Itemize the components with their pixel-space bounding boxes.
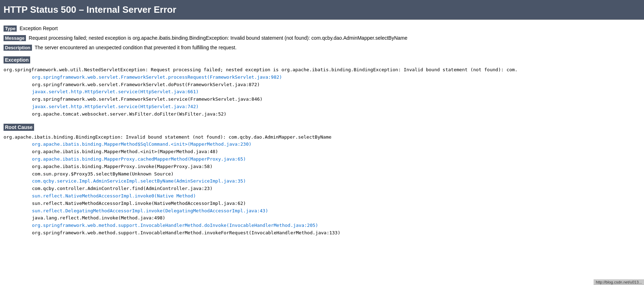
stack-line: javax.servlet.http.HttpServlet.service(H… bbox=[4, 103, 640, 111]
stack-line: java.lang.reflect.Method.invoke(Method.j… bbox=[4, 214, 640, 222]
stack-line: org.apache.ibatis.binding.MapperProxy.in… bbox=[4, 163, 640, 171]
root-cause-stack-trace: org.apache.ibatis.binding.BindingExcepti… bbox=[4, 134, 640, 237]
stack-line: org.springframework.web.servlet.Framewor… bbox=[4, 81, 640, 89]
message-label: Message bbox=[4, 35, 26, 41]
stack-line: sun.reflect.DelegatingMethodAccessorImpl… bbox=[4, 207, 640, 215]
stack-line: org.apache.ibatis.binding.MapperProxy.ca… bbox=[4, 156, 640, 163]
page-header: HTTP Status 500 – Internal Server Error bbox=[0, 0, 644, 20]
stack-line: org.springframework.web.servlet.Framewor… bbox=[4, 74, 640, 81]
stack-line: org.springframework.web.method.support.I… bbox=[4, 229, 640, 237]
stack-line: org.apache.ibatis.binding.MapperMethod.<… bbox=[4, 148, 640, 156]
stack-line: javax.servlet.http.HttpServlet.service(H… bbox=[4, 88, 640, 96]
exception-stack-trace: org.springframework.web.util.NestedServl… bbox=[4, 66, 640, 118]
type-value: Exception Report bbox=[20, 26, 58, 31]
root-cause-section: Root Cause org.apache.ibatis.binding.Bin… bbox=[4, 121, 640, 237]
description-label: Description bbox=[4, 45, 32, 51]
stack-line: sun.reflect.NativeMethodAccessorImpl.inv… bbox=[4, 192, 640, 200]
message-row: Message Request processing failed; neste… bbox=[4, 34, 640, 42]
stack-line: org.springframework.web.util.NestedServl… bbox=[4, 66, 640, 74]
message-value: Request processing failed; nested except… bbox=[29, 35, 408, 41]
description-row: Description The server encountered an un… bbox=[4, 44, 640, 51]
stack-line: org.springframework.web.method.support.I… bbox=[4, 222, 640, 229]
stack-line: org.apache.ibatis.binding.BindingExcepti… bbox=[4, 134, 640, 141]
type-label: Type bbox=[4, 26, 17, 32]
stack-line: com.qcby.controller.AdminController.find… bbox=[4, 185, 640, 192]
stack-line: com.sun.proxy.$Proxy35.selectByName(Unkn… bbox=[4, 171, 640, 178]
stack-line: org.apache.ibatis.binding.MapperMethod$S… bbox=[4, 141, 640, 148]
stack-line: org.apache.tomcat.websocket.server.WsFil… bbox=[4, 111, 640, 118]
stack-line: sun.reflect.NativeMethodAccessorImpl.inv… bbox=[4, 200, 640, 207]
header-title: HTTP Status 500 – Internal Server Error bbox=[4, 4, 176, 15]
root-cause-header: Root Cause bbox=[4, 124, 34, 131]
exception-header: Exception bbox=[4, 56, 30, 63]
description-value: The server encountered an unexpected con… bbox=[34, 45, 236, 50]
stack-line: org.springframework.web.servlet.Framewor… bbox=[4, 96, 640, 103]
type-row: Type Exception Report bbox=[4, 25, 640, 32]
stack-line: com.qcby.service.Impl.AdminServiceImpl.s… bbox=[4, 178, 640, 185]
exception-section: Exception org.springframework.web.util.N… bbox=[4, 54, 640, 118]
main-content: Type Exception Report Message Request pr… bbox=[0, 20, 644, 242]
